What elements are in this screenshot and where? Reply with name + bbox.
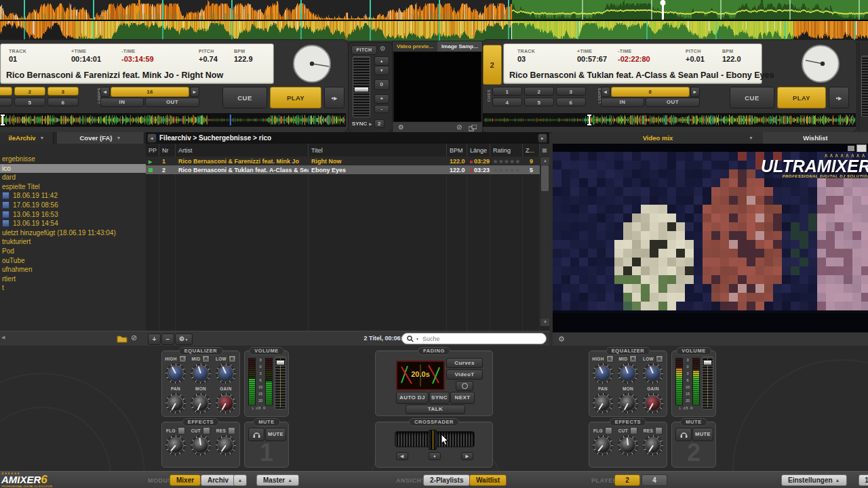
pitch-settings-gear-icon[interactable]: ⚙ [380,45,386,52]
search-input[interactable] [421,335,541,343]
tab-image-sampler[interactable]: Image Samp... [437,41,482,52]
fx-toggle-button[interactable] [203,427,210,434]
column-header[interactable]: PP [146,144,159,157]
next-button[interactable]: NEXT [450,392,475,404]
talk-button[interactable]: TALK [406,405,465,414]
tab-video-mix[interactable]: Video mix ▼ [553,132,764,144]
pan-knob[interactable] [593,393,613,413]
res-knob[interactable] [643,435,663,455]
fx-toggle-button[interactable] [228,427,235,434]
table-settings-button[interactable]: ⚙▼ [175,333,193,345]
fullscreen-icon[interactable] [469,125,477,131]
mid-knob[interactable] [191,363,211,384]
auto-dj-button[interactable]: AUTO DJ [396,392,429,404]
kill-button[interactable]: K [202,355,210,363]
cue-point-button[interactable]: 5 [14,98,45,106]
sidebar-collapse-icon[interactable]: ◀ [1,335,5,340]
tab-video-preview[interactable]: Video previe... [393,41,437,52]
jog-wheel[interactable] [292,43,332,84]
cue-point-button[interactable]: 4 [492,98,522,106]
pan-knob[interactable] [165,393,186,413]
sidebar-item[interactable]: Pod [2,247,146,256]
volume-fader-handle[interactable] [276,360,285,365]
rating-stars[interactable]: ★★★★★ [493,159,521,165]
remove-track-button[interactable]: − [161,333,174,345]
block-icon[interactable]: ⊘ [131,333,137,342]
cue-point-button[interactable]: 1 [0,87,12,96]
cue-point-button[interactable]: 2 [524,87,554,96]
fx-toggle-button[interactable] [605,427,612,434]
partial-button[interactable]: 1 [859,474,868,486]
res-knob[interactable] [216,435,236,455]
loop-decrease-button[interactable]: ◂ [601,87,610,97]
low-knob[interactable] [216,363,236,384]
sidebar-item[interactable]: espielte Titel [2,182,146,191]
fx-toggle-button[interactable] [630,427,637,434]
vertical-scrollbar[interactable]: ▲ ▼ [540,157,549,327]
view-waitlist-button[interactable]: Waitlist [469,474,507,486]
player-4-button[interactable]: 4 [642,474,667,486]
stop-button[interactable]: ▪▸ [829,87,849,108]
cue-point-button[interactable]: 3 [556,87,586,96]
sync-button[interactable]: SYNC [429,392,450,404]
cue-point-button[interactable]: 1 [492,87,522,96]
search-box[interactable]: ▼ [401,333,547,344]
volume-fader[interactable] [702,357,713,409]
column-header[interactable]: Nr [159,144,176,157]
loop-out-button[interactable]: OUT [646,98,700,107]
column-header[interactable]: Titel [309,144,447,157]
kill-button[interactable]: K [656,355,663,363]
cut-knob[interactable] [191,435,211,455]
deck2-tab[interactable]: 2 [483,45,502,85]
sidebar-item[interactable]: 18.06.19 11:42 [2,191,146,200]
pitch-plus-button[interactable]: + [374,94,389,104]
column-header[interactable]: Z... [523,144,540,157]
loop-in-button[interactable]: IN [100,98,144,107]
mon-knob[interactable] [191,393,211,413]
fx-toggle-button[interactable] [655,427,663,434]
column-header[interactable]: Länge [467,144,490,157]
crossfader-handle[interactable] [429,430,437,450]
column-settings-icon[interactable]: ▦ [540,144,549,157]
video-transition-button[interactable]: VideoT [446,369,483,380]
mon-knob[interactable] [618,393,638,413]
low-knob[interactable] [643,363,663,384]
cut-knob[interactable] [618,435,638,455]
modus-mixer-button[interactable]: Mixer [170,474,201,486]
player-2-button[interactable]: 2 [614,474,640,486]
record-button[interactable] [456,381,473,391]
column-header[interactable]: Artist [176,144,309,157]
crossfade-right-button[interactable]: ▶ [461,452,473,460]
loop-length-button[interactable]: 16 [111,87,189,97]
gain-knob[interactable] [643,393,663,413]
sidebar-item[interactable]: rtiert [2,274,146,283]
tab-cover-fa[interactable]: Cover (FA)▼ [57,132,144,144]
loop-length-button[interactable]: 8 [611,87,690,97]
sidebar-item[interactable]: ouTube [2,256,146,265]
sidebar-item[interactable]: dard [2,173,146,182]
pitch-fader-handle[interactable] [354,87,369,92]
cue-point-button[interactable]: 3 [47,87,79,96]
crossfade-left-button[interactable]: ◀ [396,452,408,460]
scrollbar-thumb[interactable] [541,165,549,191]
no-video-icon[interactable]: ⊘ [456,123,462,131]
mid-knob[interactable] [618,363,638,384]
volume-fader[interactable] [275,357,286,409]
kill-button[interactable]: K [229,355,236,363]
panel-restore-icon[interactable] [848,146,854,151]
scroll-up-icon[interactable]: ▲ [540,157,549,165]
sidebar-item[interactable]: ergebnisse [2,155,146,163]
loop-out-button[interactable]: OUT [145,98,199,107]
cue-point-button[interactable]: 5 [524,98,554,106]
sync-label[interactable]: SYNC [352,121,367,127]
modus-expand-button[interactable]: ▲ [233,474,247,486]
cue-point-button[interactable]: 2 [14,87,45,96]
flg-knob[interactable] [593,435,613,455]
cue-point-button[interactable]: 6 [47,98,79,106]
high-knob[interactable] [593,363,613,384]
breadcrumb-forward-button[interactable]: ▸ [538,134,547,143]
tab-filearchiv[interactable]: ileArchiv▼ [0,132,54,144]
pitch-fader[interactable] [353,56,370,117]
tab-wishlist[interactable]: Wishlist [763,132,868,144]
scroll-down-icon[interactable]: ▼ [540,319,549,326]
